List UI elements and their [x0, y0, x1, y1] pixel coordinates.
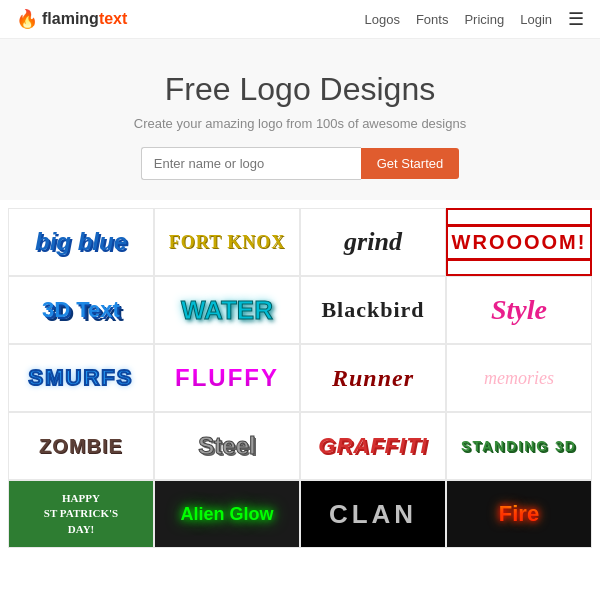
logo-cell-fort-knox[interactable]: FORT KNOX: [154, 208, 300, 276]
logo-fluffy: FLUFFY: [175, 364, 279, 392]
flame-icon: 🔥: [16, 8, 38, 30]
logo-cell-clan[interactable]: CLAN: [300, 480, 446, 548]
logo-cell-alien-glow[interactable]: Alien Glow: [154, 480, 300, 548]
logo-fire: Fire: [447, 481, 591, 547]
logo-cell-stpatricks[interactable]: HAPPYST PATRICK'SDAY!: [8, 480, 154, 548]
logo-clan: CLAN: [301, 481, 445, 547]
nav-bar: Logos Fonts Pricing Login ☰: [365, 8, 585, 30]
logo-big-blue: big blue: [35, 228, 127, 256]
logo-runner: Runner: [332, 365, 414, 392]
get-started-button[interactable]: Get Started: [361, 148, 459, 179]
logo-blackbird: Blackbird: [321, 297, 424, 323]
logo-cell-zombie[interactable]: ZOMBIE: [8, 412, 154, 480]
logo-cell-memories[interactable]: memories: [446, 344, 592, 412]
logo-cell-fire[interactable]: Fire: [446, 480, 592, 548]
logo-cell-style[interactable]: Style: [446, 276, 592, 344]
logo-fort-knox: FORT KNOX: [169, 232, 286, 253]
logo-alien-glow: Alien Glow: [155, 481, 299, 547]
logo-zombie: ZOMBIE: [39, 435, 123, 458]
logo-memories: memories: [484, 368, 554, 389]
logo-cell-water[interactable]: WATER: [154, 276, 300, 344]
logo-cell-grind[interactable]: grind: [300, 208, 446, 276]
logo-steel: Steel: [198, 432, 255, 460]
nav-logos[interactable]: Logos: [365, 12, 400, 27]
hero-title: Free Logo Designs: [20, 71, 580, 108]
logo-grind: grind: [344, 227, 402, 257]
logo-stpatricks: HAPPYST PATRICK'SDAY!: [9, 481, 153, 547]
logo-style: Style: [491, 294, 547, 326]
logo-water: WATER: [181, 295, 273, 326]
logo-cell-3d-text[interactable]: 3D Text: [8, 276, 154, 344]
logo-smurfs: SMURFS: [29, 365, 134, 391]
hamburger-icon[interactable]: ☰: [568, 8, 584, 30]
logo-cell-smurfs[interactable]: SMURFS: [8, 344, 154, 412]
logo-grid: big blue FORT KNOX grind WROOOOM! 3D Tex…: [0, 200, 600, 556]
logo-cell-big-blue[interactable]: big blue: [8, 208, 154, 276]
logo-cell-blackbird[interactable]: Blackbird: [300, 276, 446, 344]
header: 🔥 flamingtext Logos Fonts Pricing Login …: [0, 0, 600, 39]
logo-cell-graffiti[interactable]: GRAFFITI: [300, 412, 446, 480]
logo-3d-text: 3D Text: [42, 297, 120, 323]
logo-cell-steel[interactable]: Steel: [154, 412, 300, 480]
logo-wroooom: WROOOOM!: [446, 224, 592, 261]
nav-fonts[interactable]: Fonts: [416, 12, 449, 27]
logo-cell-wroooom[interactable]: WROOOOM!: [446, 208, 592, 276]
logo-name-input[interactable]: [141, 147, 361, 180]
logo-text: flamingtext: [42, 10, 127, 28]
hero-section: Free Logo Designs Create your amazing lo…: [0, 39, 600, 200]
nav-pricing[interactable]: Pricing: [464, 12, 504, 27]
logo-standing3d: STANDING 3D: [461, 438, 577, 454]
logo-cell-runner[interactable]: Runner: [300, 344, 446, 412]
site-logo[interactable]: 🔥 flamingtext: [16, 8, 127, 30]
logo-graffiti: GRAFFITI: [318, 433, 427, 459]
nav-login[interactable]: Login: [520, 12, 552, 27]
hero-subtitle: Create your amazing logo from 100s of aw…: [20, 116, 580, 131]
logo-cell-fluffy[interactable]: FLUFFY: [154, 344, 300, 412]
logo-cell-standing3d[interactable]: STANDING 3D: [446, 412, 592, 480]
search-bar: Get Started: [20, 147, 580, 180]
